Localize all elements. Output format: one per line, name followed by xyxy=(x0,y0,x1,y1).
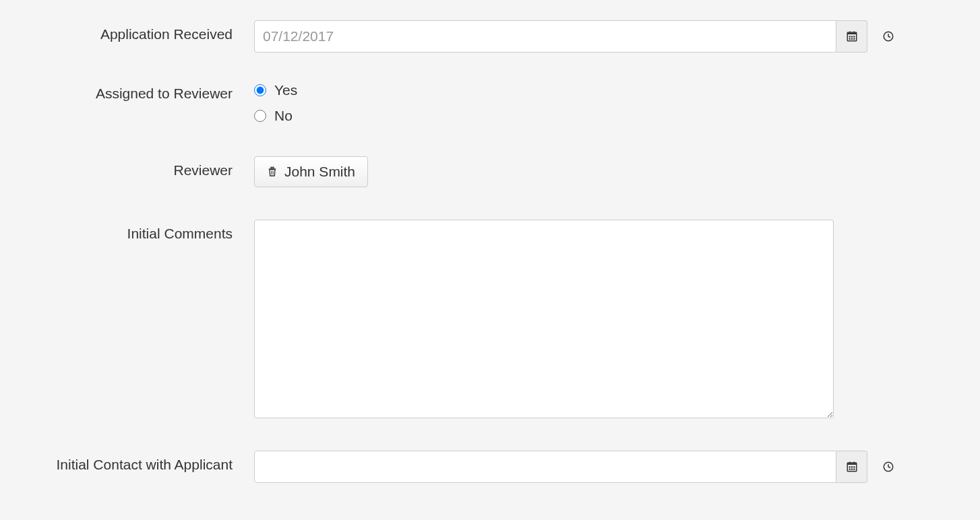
svg-rect-2 xyxy=(849,36,850,37)
clock-icon xyxy=(882,30,894,42)
assigned-no-label: No xyxy=(274,108,293,124)
initial-comments-label: Initial Comments xyxy=(52,220,254,242)
svg-rect-3 xyxy=(851,36,852,37)
initial-contact-row: Initial Contact with Applicant xyxy=(52,451,928,483)
initial-comments-row: Initial Comments xyxy=(52,220,928,418)
svg-rect-12 xyxy=(271,167,274,168)
assigned-yes-option[interactable]: Yes xyxy=(254,82,297,98)
initial-contact-label: Initial Contact with Applicant xyxy=(52,451,254,473)
svg-rect-9 xyxy=(853,32,855,34)
calendar-button[interactable] xyxy=(836,20,867,53)
reviewer-row: Reviewer John Smith xyxy=(52,156,928,187)
application-received-label: Application Received xyxy=(52,20,254,42)
calendar-button-2[interactable] xyxy=(836,451,867,483)
svg-rect-7 xyxy=(853,38,855,40)
assigned-to-reviewer-label: Assigned to Reviewer xyxy=(52,79,254,102)
assigned-no-option[interactable]: No xyxy=(254,108,297,124)
reviewer-tag-label: John Smith xyxy=(284,164,355,180)
clock-icon xyxy=(882,461,894,473)
reviewer-tag-button[interactable]: John Smith xyxy=(254,156,368,187)
svg-rect-19 xyxy=(853,466,855,467)
svg-rect-20 xyxy=(849,469,850,470)
assigned-to-reviewer-control: Yes No xyxy=(254,79,928,124)
application-received-row: Application Received xyxy=(52,20,928,53)
initial-contact-input[interactable] xyxy=(254,451,836,483)
form-container: Application Received xyxy=(52,20,928,483)
svg-rect-17 xyxy=(849,466,850,467)
svg-rect-14 xyxy=(273,171,274,174)
svg-rect-0 xyxy=(847,33,857,34)
initial-contact-control xyxy=(254,451,928,483)
svg-rect-21 xyxy=(851,469,852,470)
svg-rect-18 xyxy=(851,466,852,467)
assigned-no-radio[interactable] xyxy=(254,110,266,122)
clock-button[interactable] xyxy=(873,20,904,53)
clock-button-2[interactable] xyxy=(873,451,904,483)
svg-rect-4 xyxy=(853,36,855,37)
reviewer-control: John Smith xyxy=(254,156,928,187)
application-received-input[interactable] xyxy=(254,20,836,53)
svg-rect-23 xyxy=(849,462,851,464)
application-received-input-group xyxy=(254,20,867,53)
trash-icon xyxy=(267,166,278,178)
assigned-to-reviewer-row: Assigned to Reviewer Yes No xyxy=(52,79,928,124)
initial-comments-control xyxy=(254,220,928,418)
svg-rect-13 xyxy=(271,171,272,174)
svg-rect-15 xyxy=(847,463,857,465)
application-received-control xyxy=(254,20,928,53)
calendar-icon xyxy=(846,30,858,42)
initial-comments-textarea[interactable] xyxy=(254,220,834,418)
assigned-radio-group: Yes No xyxy=(254,79,297,124)
initial-contact-input-group xyxy=(254,451,867,483)
svg-rect-8 xyxy=(849,32,851,34)
calendar-icon xyxy=(846,461,858,473)
svg-rect-22 xyxy=(853,469,855,470)
assigned-yes-radio[interactable] xyxy=(254,84,266,96)
svg-rect-5 xyxy=(849,38,850,40)
assigned-yes-label: Yes xyxy=(274,82,297,98)
svg-rect-6 xyxy=(851,38,852,40)
reviewer-label: Reviewer xyxy=(52,156,254,178)
svg-rect-24 xyxy=(853,462,855,464)
